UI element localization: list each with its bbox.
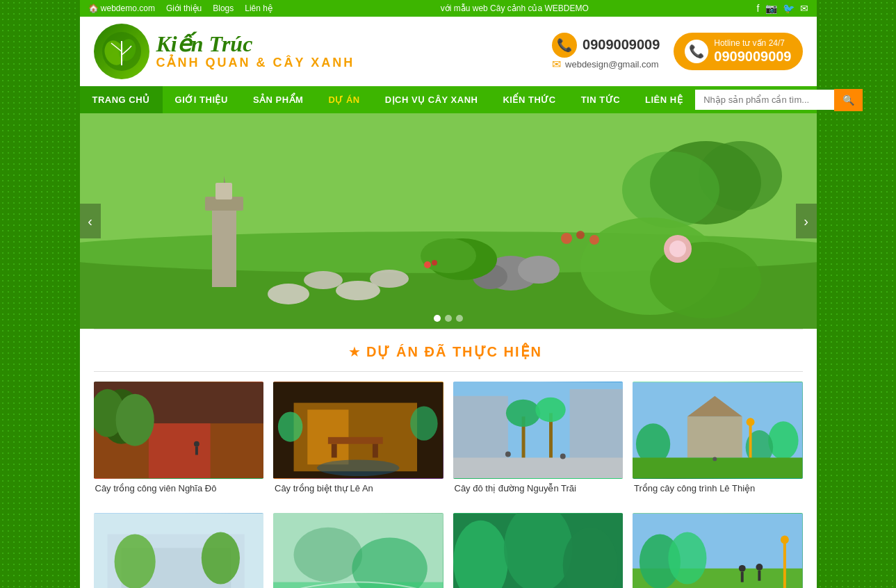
project-img-5	[94, 513, 264, 588]
project-img-svg-3	[453, 382, 624, 479]
project-img-svg-5	[94, 513, 264, 588]
project-card-3[interactable]: Cây đô thị đường Nguyễn Trãi	[453, 382, 624, 493]
nav-blogs[interactable]: Blogs	[213, 3, 234, 13]
svg-point-52	[505, 400, 539, 427]
nav-duan[interactable]: DỰ ÁN	[316, 86, 372, 113]
project-label-3: Cây đô thị đường Nguyễn Trãi	[453, 483, 624, 493]
dot-2[interactable]	[445, 315, 452, 322]
nav-tintuc[interactable]: TIN TỨC	[569, 86, 633, 113]
svg-point-45	[317, 459, 399, 476]
nav-trangchu[interactable]: TRANG CHỦ	[80, 86, 163, 113]
svg-rect-43	[332, 444, 337, 458]
project-img-svg-4	[633, 382, 803, 479]
svg-point-92	[668, 532, 706, 585]
nav-sanpham[interactable]: SẢN PHẨM	[241, 86, 316, 113]
svg-point-23	[589, 235, 599, 245]
twitter-icon[interactable]: 🐦	[783, 3, 795, 14]
slider-dots	[434, 315, 463, 322]
instagram-icon[interactable]: 📷	[765, 3, 777, 14]
svg-point-12	[370, 270, 409, 288]
svg-rect-59	[687, 416, 742, 457]
svg-point-47	[278, 411, 302, 441]
nav-gioithieu[interactable]: GIỚI THIỆU	[163, 86, 241, 113]
project-img-svg-7	[453, 513, 624, 588]
svg-point-56	[505, 452, 510, 457]
svg-point-9	[268, 284, 309, 304]
facebook-icon[interactable]: f	[757, 3, 760, 14]
hero-slider: ‹ ›	[80, 113, 817, 329]
svg-point-10	[304, 271, 343, 289]
svg-point-6	[622, 152, 719, 228]
svg-rect-33	[148, 423, 210, 478]
slider-prev[interactable]: ‹	[80, 204, 101, 238]
svg-rect-42	[328, 437, 383, 444]
projects-grid-row2	[80, 503, 817, 588]
project-card-4[interactable]: Trồng cây công trình Lê Thiện	[633, 382, 803, 493]
svg-rect-55	[453, 457, 624, 478]
phone-number: 0909009009	[583, 37, 660, 53]
project-img-svg-2	[273, 382, 443, 479]
logo-svg	[101, 31, 142, 72]
star-icon: ★	[348, 343, 361, 360]
svg-point-71	[114, 534, 155, 588]
svg-rect-13	[212, 204, 236, 287]
search-input[interactable]	[695, 90, 834, 110]
svg-point-30	[432, 260, 437, 266]
hero-svg	[80, 113, 817, 329]
svg-point-80	[503, 513, 572, 588]
project-card-6[interactable]	[273, 513, 443, 588]
project-img-8	[633, 513, 803, 588]
nav-dichvucayxanh[interactable]: DỊCH VỤ CÂY XANH	[373, 86, 491, 113]
svg-rect-88	[741, 572, 744, 582]
project-img-svg-6	[273, 513, 443, 588]
dot-3[interactable]	[456, 315, 463, 322]
nav-lienhe[interactable]: LIÊN HỆ	[633, 86, 695, 113]
hotline-label: Hotline tư vấn 24/7	[714, 38, 791, 48]
project-card-5[interactable]	[94, 513, 264, 588]
section-title-area: ★ DỰ ÁN ĐÃ THỰC HIỆN	[80, 329, 817, 371]
svg-point-54	[535, 398, 565, 422]
nav-contact[interactable]: Liên hệ	[245, 3, 272, 13]
svg-point-46	[410, 406, 437, 440]
svg-point-72	[201, 532, 239, 585]
project-card-7[interactable]	[453, 513, 624, 588]
project-card-2[interactable]: Cây trồng biệt thự Lê An	[273, 382, 443, 493]
svg-rect-90	[758, 571, 760, 581]
project-img-7	[453, 513, 624, 588]
project-img-svg-8	[633, 513, 803, 588]
nav-intro[interactable]: Giới thiệu	[166, 3, 202, 13]
hero-background	[80, 113, 817, 329]
slider-next[interactable]: ›	[796, 204, 817, 238]
project-img-2	[273, 382, 443, 479]
hotline-call-icon: 📞	[685, 40, 708, 63]
svg-rect-38	[195, 447, 197, 455]
svg-point-22	[576, 231, 585, 239]
hotline-text: Hotline tư vấn 24/7 0909009009	[714, 38, 791, 65]
nav-kienthuc[interactable]: KIẾN THỨC	[490, 86, 568, 113]
svg-rect-77	[273, 582, 443, 588]
project-label-1: Cây trồng công viên Nghĩa Đô	[94, 483, 264, 493]
dot-1[interactable]	[434, 315, 441, 322]
hotline-box: 📞 Hotline tư vấn 24/7 0909009009	[674, 33, 802, 70]
project-img-1	[94, 382, 264, 479]
svg-point-75	[294, 528, 363, 582]
svg-point-62	[768, 421, 798, 459]
site-header: Kiến Trúc CẢNH QUAN & CÂY XANH 📞 0909009…	[80, 17, 817, 86]
email-icon[interactable]: ✉	[800, 3, 808, 14]
phone-icon: 📞	[552, 33, 577, 58]
project-label-2: Cây trồng biệt thự Lê An	[273, 483, 443, 493]
contact-info: 📞 0909009009 ✉ webdesign@gmail.com	[552, 33, 660, 71]
svg-point-29	[424, 261, 431, 268]
project-img-4	[633, 382, 803, 479]
svg-rect-66	[633, 457, 803, 478]
contact-phone: 📞 0909009009	[552, 33, 660, 58]
svg-rect-93	[783, 541, 786, 588]
svg-point-89	[756, 564, 763, 571]
svg-rect-16	[215, 183, 232, 199]
project-card-8[interactable]	[633, 513, 803, 588]
project-img-svg-1	[94, 382, 264, 479]
site-link[interactable]: 🏠 webdemo.com	[88, 3, 155, 13]
search-button[interactable]: 🔍	[834, 89, 863, 111]
project-card-1[interactable]: Cây trồng công viên Nghĩa Đô	[94, 382, 264, 493]
logo-text-sub: CẢNH QUAN & CÂY XANH	[156, 55, 355, 70]
